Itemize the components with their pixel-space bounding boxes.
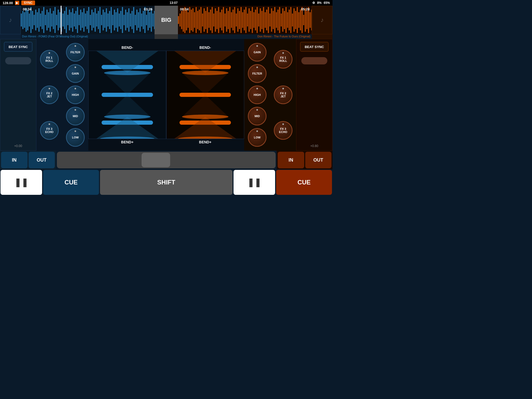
right-mid-label: MID [255, 115, 260, 118]
right-high-label: HIGH [254, 93, 261, 96]
svg-rect-3 [26, 8, 27, 32]
right-high-knob[interactable]: HIGH [248, 85, 267, 104]
left-channel-faders [89, 51, 167, 139]
svg-rect-27 [64, 11, 65, 29]
svg-rect-38 [82, 12, 83, 28]
right-waveform-area[interactable]: 00:04 05:28 [178, 6, 332, 34]
right-fx3-knob[interactable]: FX 3ECHO [274, 121, 292, 140]
right-fx3-wrapper: FX 3ECHO [274, 121, 292, 140]
right-bend-plus-bottom: BEND+ [166, 139, 244, 151]
left-low-label: LOW [72, 136, 79, 139]
left-mid-knob[interactable]: MID [66, 107, 85, 125]
left-low-dot [75, 130, 76, 132]
svg-rect-90 [186, 10, 187, 30]
svg-rect-100 [202, 14, 203, 26]
svg-rect-23 [58, 10, 59, 30]
big-button[interactable]: BIG [155, 6, 178, 34]
left-filter-wrapper: FILTER [66, 43, 85, 62]
svg-rect-149 [281, 14, 282, 26]
svg-rect-32 [72, 8, 73, 32]
sync-button[interactable]: SYNC [21, 1, 35, 5]
svg-rect-71 [135, 15, 136, 25]
left-high-knob[interactable]: HIGH [66, 85, 85, 104]
left-gain-dot [75, 66, 76, 68]
left-filter-knob[interactable]: FILTER [66, 43, 85, 62]
svg-rect-56 [111, 7, 112, 33]
crossfader-handle[interactable] [142, 153, 170, 167]
right-pause-button[interactable]: ❚❚ [234, 170, 275, 195]
left-fx1-wrapper: FX 1ROLL [40, 50, 59, 69]
left-in-button[interactable]: IN [1, 152, 28, 168]
right-gain-knob[interactable]: GAIN [248, 43, 267, 62]
svg-rect-148 [279, 7, 280, 33]
left-fx3-wrapper: FX 3ECHO [40, 121, 59, 140]
right-fx1-knob[interactable]: FX 1ROLL [274, 50, 292, 69]
svg-rect-115 [226, 8, 227, 32]
left-gain-knob[interactable]: GAIN [66, 64, 85, 83]
left-cue-button[interactable]: CUE [43, 170, 99, 195]
left-tempo-slider[interactable] [5, 57, 31, 64]
bend-top-labels: BEND- BEND- [88, 39, 244, 51]
svg-rect-127 [245, 7, 247, 33]
right-tempo-slider[interactable] [301, 57, 327, 64]
svg-rect-142 [269, 14, 270, 26]
svg-rect-74 [139, 8, 141, 32]
music-note-left-icon: ♪ [9, 16, 12, 24]
svg-rect-53 [106, 8, 107, 32]
svg-rect-59 [116, 12, 117, 28]
right-beat-sync-button[interactable]: BEAT SYNC [300, 42, 329, 52]
svg-rect-153 [287, 12, 288, 28]
right-filter-knob[interactable]: FILTER [248, 64, 267, 83]
svg-rect-160 [298, 12, 300, 28]
settings-icon: ⚙ [312, 1, 315, 5]
svg-rect-117 [229, 7, 230, 33]
left-filter-label: FILTER [70, 51, 80, 54]
right-out-button[interactable]: OUT [305, 152, 332, 168]
left-gain-wrapper: GAIN [66, 64, 85, 83]
shift-button[interactable]: SHIFT [100, 170, 232, 195]
left-fx2-knob[interactable]: FX 2JET [40, 85, 59, 104]
right-mid-knob[interactable]: MID [248, 107, 267, 125]
svg-rect-34 [75, 11, 76, 29]
svg-rect-42 [88, 7, 89, 33]
svg-rect-80 [149, 12, 150, 28]
svg-rect-78 [146, 15, 147, 25]
right-fx3-dot [282, 123, 284, 125]
svg-rect-96 [196, 7, 197, 33]
left-waveform-area[interactable]: ♪ 00:34 03:26 [0, 6, 155, 34]
svg-rect-62 [120, 11, 121, 29]
right-waveform-display[interactable]: 00:04 05:28 [178, 6, 312, 34]
svg-rect-129 [249, 8, 250, 32]
right-fx2-knob[interactable]: FX 2JET [274, 85, 292, 104]
svg-rect-137 [261, 11, 262, 29]
svg-rect-36 [78, 15, 79, 25]
right-inout-buttons: IN OUT [277, 151, 332, 169]
svg-rect-15 [45, 15, 46, 25]
svg-rect-45 [93, 12, 94, 28]
svg-rect-85 [178, 16, 179, 24]
right-high-dot [256, 88, 258, 89]
svg-rect-7 [32, 11, 33, 29]
left-gain-label: GAIN [72, 72, 79, 75]
main-controls: BEAT SYNC +0.00 FX 1ROLL FX 2JET FX 3ECH… [0, 39, 332, 151]
left-mixer-waveform [89, 51, 166, 139]
left-pause-button[interactable]: ❚❚ [1, 170, 42, 195]
left-low-wrapper: LOW [66, 128, 85, 147]
play-button[interactable]: ▶ [15, 1, 19, 5]
left-fx1-knob[interactable]: FX 1ROLL [40, 50, 59, 69]
left-beat-sync-button[interactable]: BEAT SYNC [4, 42, 32, 52]
left-fx1-dot [49, 52, 50, 54]
left-waveform-display[interactable]: 00:34 03:26 [21, 6, 155, 34]
left-fx3-knob[interactable]: FX 3ECHO [40, 121, 59, 140]
left-eq-knobs: FILTER GAIN HIGH MID LOW [62, 39, 88, 151]
left-out-button[interactable]: OUT [29, 152, 55, 168]
right-low-knob[interactable]: LOW [248, 128, 267, 147]
left-high-dot [75, 88, 76, 89]
right-in-button[interactable]: IN [278, 152, 304, 168]
svg-rect-18 [50, 8, 51, 32]
svg-rect-5 [29, 14, 30, 26]
left-low-knob[interactable]: LOW [66, 128, 85, 147]
crossfader-container[interactable] [57, 152, 276, 168]
right-cue-button[interactable]: CUE [276, 170, 332, 195]
svg-rect-141 [268, 7, 269, 33]
